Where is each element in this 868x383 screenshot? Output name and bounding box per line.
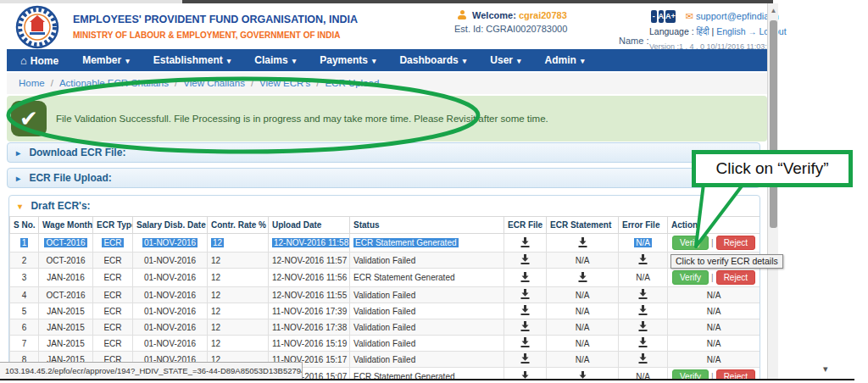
- font-size-increase-button[interactable]: A+: [665, 10, 676, 23]
- cell-ecr_file: [504, 269, 547, 287]
- ecr-file-upload-panel-label: ECR File Upload:: [29, 172, 111, 184]
- cell-action: N/A: [668, 319, 760, 336]
- download-icon[interactable]: [520, 272, 530, 284]
- cell-ecr_type: ECR: [93, 269, 133, 287]
- chevron-down-icon: ▾: [517, 57, 521, 65]
- cell-error_file: [619, 336, 668, 352]
- cell-status: Validation Failed: [350, 303, 504, 319]
- download-icon[interactable]: [520, 337, 530, 349]
- cell-text: JAN-2015: [47, 323, 84, 332]
- font-size-decrease-button[interactable]: -A: [651, 10, 657, 23]
- download-icon[interactable]: [578, 237, 587, 249]
- download-icon[interactable]: [520, 289, 530, 301]
- cell-salary_disb_date: 01-NOV-2016: [133, 336, 208, 352]
- action-na-label: N/A: [707, 323, 721, 332]
- download-ecr-file-panel[interactable]: ▸ Download ECR File:: [7, 142, 760, 163]
- cell-status: Validation Failed: [350, 253, 504, 269]
- download-icon[interactable]: [638, 337, 648, 349]
- reject-button[interactable]: Reject: [716, 236, 755, 250]
- nav-item-payments[interactable]: Payments▾: [320, 54, 376, 66]
- cell-text: 01-NOV-2016: [144, 273, 196, 282]
- reject-button[interactable]: Reject: [716, 270, 755, 285]
- scroll-down-icon[interactable]: ▾: [823, 364, 828, 375]
- chevron-down-icon: ▾: [372, 57, 376, 65]
- column-header: Salary Disb. Date: [133, 217, 208, 234]
- breadcrumb-item[interactable]: Actionable ECR Challans: [59, 78, 169, 88]
- download-icon[interactable]: [638, 305, 648, 317]
- cell-upload_date: 12-NOV-2016 11:56: [269, 269, 350, 287]
- est-id-line: Est. Id: CGRAI0020783000: [454, 24, 567, 34]
- download-icon[interactable]: [520, 321, 530, 333]
- cell-text: ECR Statement Generated: [353, 273, 455, 282]
- cell-text: JAN-2016: [47, 273, 84, 282]
- cell-upload_date: 11-NOV-2016 15:19: [269, 336, 350, 352]
- download-icon[interactable]: [638, 289, 648, 301]
- verify-button[interactable]: Verify: [672, 270, 709, 285]
- draft-ecr-panel: ▾ Draft ECR's: S No.Wage MonthECR TypeSa…: [8, 195, 760, 380]
- breadcrumb-item[interactable]: View Challans: [183, 78, 245, 88]
- nav-item-establishment[interactable]: Establishment▾: [153, 54, 231, 66]
- cell-s_no: 1: [10, 234, 39, 253]
- scrollbar-thumb[interactable]: [770, 20, 777, 228]
- cell-action: N/A: [668, 303, 760, 319]
- breadcrumb-separator: /: [251, 78, 253, 88]
- table-row: 3JAN-2016ECR01-NOV-20161212-NOV-2016 11:…: [10, 269, 760, 287]
- cell-text: 3: [22, 273, 27, 282]
- vertical-scrollbar[interactable]: ▲: [767, 3, 778, 380]
- cell-wage_month: JAN-2015: [39, 303, 93, 319]
- cell-action: N/A: [668, 287, 760, 303]
- ecr-file-upload-panel[interactable]: ▸ ECR File Upload:: [7, 168, 760, 188]
- download-icon[interactable]: [638, 254, 648, 266]
- nav-item-home[interactable]: ⌂Home: [20, 54, 58, 67]
- language-label: Language :: [649, 26, 694, 36]
- scroll-up-icon[interactable]: ▲: [768, 5, 779, 16]
- cell-ecr_file: [504, 336, 547, 352]
- cell-s_no: 5: [10, 303, 39, 319]
- epfo-logo-icon: [15, 5, 59, 53]
- chevron-right-icon: ▸: [16, 148, 20, 158]
- cell-text: 12: [211, 323, 220, 332]
- column-header: Error File: [619, 217, 668, 234]
- cell-contr_rate: 12: [208, 287, 269, 303]
- cell-status: ECR Statement Generated: [350, 368, 504, 380]
- breadcrumb-item[interactable]: Home: [19, 78, 45, 88]
- cell-text: 12: [211, 238, 224, 247]
- welcome-label: Welcome:: [472, 10, 516, 20]
- download-icon[interactable]: [638, 353, 648, 365]
- breadcrumb-item[interactable]: View ECR's: [259, 78, 310, 88]
- language-english-link[interactable]: English: [716, 26, 745, 36]
- column-header: ECR File: [504, 217, 547, 234]
- nav-item-user[interactable]: User▾: [490, 54, 520, 66]
- nav-item-claims[interactable]: Claims▾: [254, 54, 296, 66]
- cell-action: Verify|Reject: [668, 234, 760, 253]
- table-row: 2OCT-2016ECR01-NOV-20161212-NOV-2016 11:…: [10, 253, 760, 269]
- download-icon[interactable]: [638, 321, 648, 333]
- download-icon[interactable]: [520, 237, 530, 249]
- email-icon: ✉: [686, 11, 693, 22]
- cell-text: 11-NOV-2016 15:19: [272, 339, 347, 348]
- draft-ecr-panel-header[interactable]: ▾ Draft ECR's:: [9, 196, 760, 216]
- nav-item-member[interactable]: Member▾: [82, 54, 130, 66]
- verify-button[interactable]: Verify: [672, 236, 709, 250]
- download-icon[interactable]: [578, 272, 587, 284]
- na-label: N/A: [634, 238, 652, 247]
- cell-ecr_file: [504, 253, 547, 269]
- cell-contr_rate: 12: [208, 336, 269, 352]
- column-header: Upload Date: [269, 217, 350, 234]
- cell-wage_month: JAN-2016: [39, 269, 93, 287]
- language-hindi-link[interactable]: हिंदी: [696, 26, 709, 36]
- cell-text: 5: [22, 307, 27, 316]
- cell-text: 12: [211, 291, 220, 300]
- breadcrumb-item[interactable]: ECR Upload: [325, 78, 379, 88]
- download-icon[interactable]: [520, 353, 530, 365]
- nav-item-dashboards[interactable]: Dashboards▾: [399, 54, 466, 66]
- cell-s_no: 4: [10, 287, 39, 303]
- table-body: 1OCT-2016ECR01-NOV-20161212-NOV-2016 11:…: [10, 234, 760, 380]
- cell-ecr_type: ECR: [93, 287, 133, 303]
- font-size-normal-button[interactable]: A: [659, 10, 665, 23]
- breadcrumb: Home/Actionable ECR Challans/View Challa…: [7, 73, 767, 94]
- name-label: Name :: [619, 36, 648, 46]
- download-icon[interactable]: [520, 254, 530, 266]
- nav-item-admin[interactable]: Admin▾: [545, 54, 585, 66]
- download-icon[interactable]: [520, 305, 530, 317]
